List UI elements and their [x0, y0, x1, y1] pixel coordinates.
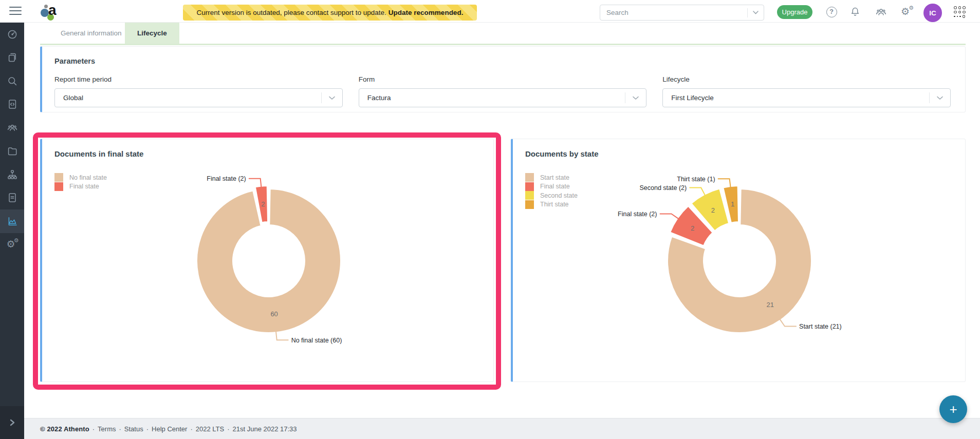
sidebar: ⚙⚙	[0, 23, 24, 439]
donut-chart-final-state: 60No final state (60)2Final state (2)	[42, 139, 496, 383]
footer-link-status[interactable]: Status	[124, 425, 143, 433]
version-warning-banner: Current version is outdated, please cont…	[183, 5, 477, 21]
documents-in-final-state-card: Documents in final state No final stateF…	[40, 139, 494, 382]
footer-date: 21st June 2022 17:33	[233, 425, 297, 433]
field-report-time-period: Report time period Global	[54, 75, 343, 107]
callout-label: No final state (60)	[291, 337, 342, 344]
notifications-bell-icon[interactable]	[849, 6, 861, 18]
slice-value-label: 60	[270, 310, 278, 318]
help-icon[interactable]: ?	[825, 6, 838, 18]
sidebar-item-workflow-icon[interactable]	[0, 163, 24, 186]
callout-label: Second state (2)	[639, 184, 687, 192]
sidebar-item-folder-icon[interactable]	[0, 140, 24, 163]
slice-value-label: 2	[261, 200, 265, 208]
hamburger-menu-icon[interactable]	[9, 7, 22, 16]
search-input[interactable]	[600, 9, 747, 16]
select-value: Factura	[359, 94, 625, 102]
sidebar-item-settings-icon[interactable]: ⚙⚙	[0, 233, 24, 257]
documents-by-state-card: Documents by state Start stateFinal stat…	[511, 139, 966, 382]
top-bar: a Current version is outdated, please co…	[0, 0, 980, 23]
chevron-down-icon[interactable]	[625, 96, 646, 100]
logo-letter: a	[48, 2, 57, 18]
footer-link-terms[interactable]: Terms	[98, 425, 116, 433]
footer-separator: ·	[146, 425, 149, 433]
upgrade-button[interactable]: Upgrade	[777, 5, 812, 19]
footer-separator: ·	[93, 425, 95, 433]
settings-gears-icon[interactable]: ⚙⚙	[901, 6, 913, 18]
select-value: First Lifecycle	[663, 94, 929, 102]
add-fab-button[interactable]: +	[939, 395, 967, 423]
tab-underline	[40, 44, 966, 45]
parameters-title: Parameters	[54, 57, 95, 65]
sidebar-item-analytics-icon[interactable]	[0, 209, 24, 233]
banner-text: Current version is outdated, please cont…	[197, 9, 386, 16]
footer-separator: ·	[190, 425, 192, 433]
sidebar-item-document-code-icon[interactable]	[0, 93, 24, 117]
user-avatar[interactable]: IC	[923, 4, 942, 22]
chevron-down-icon[interactable]	[930, 96, 950, 100]
callout-label: Start state (21)	[799, 323, 842, 330]
field-lifecycle: Lifecycle First Lifecycle	[662, 75, 951, 107]
callout-label: Final state (2)	[207, 175, 246, 182]
sidebar-item-documents-icon[interactable]	[0, 46, 24, 70]
field-label: Lifecycle	[662, 75, 951, 83]
athento-logo[interactable]: a	[39, 1, 62, 22]
field-label: Form	[359, 75, 647, 83]
search-box[interactable]	[600, 5, 764, 21]
search-dropdown-chevron-icon[interactable]	[748, 11, 764, 14]
lifecycle-select[interactable]: First Lifecycle	[662, 88, 951, 107]
footer-link-help-center[interactable]: Help Center	[152, 425, 187, 433]
form-select[interactable]: Factura	[359, 88, 647, 107]
report-time-period-select[interactable]: Global	[54, 88, 343, 107]
banner-bold-text: Update recommended.	[389, 9, 464, 16]
slice-value-label: 1	[731, 200, 734, 208]
parameters-fields: Report time period Global Form Factura L…	[54, 75, 951, 107]
footer-separator: ·	[119, 425, 121, 433]
select-value: Global	[55, 94, 321, 102]
slice-value-label: 2	[711, 206, 715, 214]
callout-label: Final state (2)	[618, 211, 657, 218]
sidebar-item-search-icon[interactable]	[0, 69, 24, 93]
field-label: Report time period	[54, 75, 343, 83]
sidebar-collapse-button[interactable]	[0, 406, 24, 439]
donut-chart-by-state: 21Start state (21)2Final state (2)2Secon…	[513, 139, 968, 383]
callout-line	[249, 179, 262, 187]
footer-copyright: © 2022 Athento	[40, 425, 89, 433]
callout-line	[780, 319, 796, 326]
footer-separator: ·	[227, 425, 229, 433]
apps-grid-icon[interactable]	[954, 6, 967, 18]
callout-line	[276, 332, 288, 340]
slice-value-label: 2	[691, 224, 694, 232]
sidebar-item-dashboard-icon[interactable]	[0, 23, 24, 46]
callout-label: Thirt state (1)	[677, 176, 715, 183]
slice-value-label: 21	[766, 301, 773, 309]
field-form: Form Factura	[359, 75, 647, 107]
chevron-down-icon[interactable]	[322, 96, 342, 100]
footer: © 2022 Athento · Terms · Status · Help C…	[24, 418, 980, 439]
sidebar-item-teams-icon[interactable]	[0, 116, 24, 140]
sidebar-item-file-icon[interactable]	[0, 186, 24, 210]
pie-slice-no-final-state[interactable]	[197, 189, 341, 333]
tab-general-information[interactable]: General information	[48, 23, 134, 44]
tab-bar: General information Lifecycle	[24, 23, 980, 44]
tab-lifecycle[interactable]: Lifecycle	[125, 23, 179, 44]
parameters-card: Parameters Report time period Global For…	[40, 46, 966, 112]
footer-version: 2022 LTS	[196, 425, 224, 433]
callout-line	[690, 187, 705, 195]
logo-dot-gray	[44, 5, 48, 8]
users-icon[interactable]	[875, 6, 887, 18]
callout-line	[718, 179, 731, 187]
callout-line	[660, 214, 678, 219]
